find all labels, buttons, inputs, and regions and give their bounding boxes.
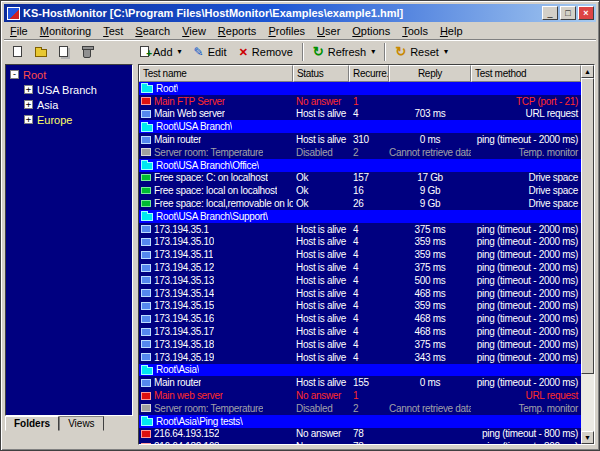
test-row[interactable]: 173.194.35.11Host is alive4359 msping (t…	[139, 248, 581, 261]
test-row[interactable]: Main routerHost is alive3100 msping (tim…	[139, 133, 581, 146]
test-row[interactable]: 173.194.35.12Host is alive4375 msping (t…	[139, 261, 581, 274]
test-row[interactable]: 216.64.182.163No answer78ping (timeout -…	[139, 440, 581, 444]
host-alive-icon	[141, 225, 151, 233]
dropdown-arrow-icon[interactable]: ▾	[371, 47, 375, 56]
test-row[interactable]: Main web serverNo answer1URL request	[139, 389, 581, 402]
test-row[interactable]: 173.194.35.18Host is alive4375 msping (t…	[139, 338, 581, 351]
window-title: KS-HostMonitor [C:\Program Files\HostMon…	[23, 7, 540, 19]
folder-path: Root\USA Branch\Support\	[156, 211, 268, 222]
expand-icon[interactable]: +	[24, 100, 33, 109]
test-row[interactable]: Server room: TemperatureDisabled2Cannot …	[139, 146, 581, 159]
menu-file[interactable]: File	[4, 23, 34, 39]
test-list-panel: Test nameStatusRecurre...ReplyTest metho…	[138, 64, 595, 445]
vertical-scrollbar[interactable]: ▲ ▼	[581, 65, 594, 444]
folder-row[interactable]: Root\USA Branch\	[139, 120, 581, 133]
test-row[interactable]: Server room: TemperatureDisabled2Cannot …	[139, 402, 581, 415]
test-name: Free space: local on localhost	[154, 185, 277, 196]
column-header-test-name[interactable]: Test name	[139, 65, 293, 82]
expand-icon[interactable]: +	[24, 85, 33, 94]
menu-profiles[interactable]: Profiles	[262, 23, 311, 39]
close-button[interactable]: ×	[578, 6, 594, 20]
test-row[interactable]: Free space: local,removable on loc...Ok2…	[139, 197, 581, 210]
tab-views[interactable]: Views	[59, 416, 104, 431]
column-header-test-method[interactable]: Test method	[471, 65, 581, 82]
folder-name-cell: Root\Asia\Ping tests\	[139, 416, 581, 427]
test-row[interactable]: 173.194.35.13Host is alive4500 msping (t…	[139, 274, 581, 287]
scrollbar-thumb[interactable]	[581, 78, 594, 374]
tab-folders[interactable]: Folders	[5, 416, 59, 431]
test-row[interactable]: 173.194.35.17Host is alive4468 msping (t…	[139, 325, 581, 338]
test-row[interactable]: 173.194.35.10Host is alive4359 msping (t…	[139, 236, 581, 249]
dropdown-arrow-icon[interactable]: ▾	[444, 47, 448, 56]
delete-button[interactable]	[76, 42, 97, 62]
folder-row[interactable]: Root\Asia\	[139, 364, 581, 377]
menu-monitoring[interactable]: Monitoring	[34, 23, 97, 39]
test-row[interactable]: Free space: C: on localhostOk15717 GbDri…	[139, 172, 581, 185]
page-icon	[13, 46, 22, 57]
test-row[interactable]: 216.64.193.152No answer78ping (timeout -…	[139, 428, 581, 441]
folder-tree[interactable]: -Root+USA Branch+Asia+Europe	[5, 64, 133, 416]
tree-node-asia[interactable]: +Asia	[6, 97, 132, 112]
test-row[interactable]: 173.194.35.19Host is alive4343 msping (t…	[139, 351, 581, 364]
test-row[interactable]: Main routerHost is alive1550 msping (tim…	[139, 376, 581, 389]
test-method: URL request	[471, 108, 581, 119]
test-recurrences: 4	[349, 326, 389, 337]
test-row[interactable]: Main Web serverHost is alive4703 msURL r…	[139, 108, 581, 121]
refresh-button[interactable]: Refresh▾	[307, 42, 381, 62]
test-name: 216.64.182.163	[154, 441, 219, 444]
column-header-recurre[interactable]: Recurre...	[349, 65, 389, 82]
scroll-up-button[interactable]: ▲	[581, 65, 594, 78]
minimize-button[interactable]: _	[542, 6, 558, 20]
test-status: No answer	[293, 390, 349, 401]
test-row[interactable]: Free space: local on localhostOk169 GbDr…	[139, 184, 581, 197]
dropdown-arrow-icon[interactable]: ▾	[178, 47, 182, 56]
column-header-status[interactable]: Status	[293, 65, 349, 82]
test-reply: 500 ms	[389, 275, 471, 286]
folder-row[interactable]: Root\USA Branch\Office\	[139, 159, 581, 172]
test-row[interactable]: 173.194.35.14Host is alive4468 msping (t…	[139, 287, 581, 300]
new-folder-button[interactable]	[30, 42, 51, 62]
test-row[interactable]: 173.194.35.16Host is alive4468 msping (t…	[139, 312, 581, 325]
test-name-cell: 216.64.182.163	[139, 441, 293, 444]
test-method: Drive space	[471, 198, 581, 209]
reset-button[interactable]: Reset▾	[389, 42, 454, 62]
host-alive-icon	[141, 136, 151, 144]
menu-help[interactable]: Help	[434, 23, 469, 39]
menu-options[interactable]: Options	[346, 23, 396, 39]
test-row[interactable]: 173.194.35.15Host is alive4359 msping (t…	[139, 300, 581, 313]
tree-node-root[interactable]: -Root	[6, 67, 132, 82]
drive-ok-icon	[141, 187, 151, 194]
tree-node-usa-branch[interactable]: +USA Branch	[6, 82, 132, 97]
test-reply: 375 ms	[389, 224, 471, 235]
test-name: Main web server	[154, 390, 223, 401]
folder-row[interactable]: Root\Asia\Ping tests\	[139, 415, 581, 428]
add-button[interactable]: Add▾	[134, 42, 188, 62]
column-header-reply[interactable]: Reply	[389, 65, 471, 82]
remove-button[interactable]: Remove	[233, 42, 299, 62]
collapse-icon[interactable]: -	[10, 70, 19, 79]
menu-test[interactable]: Test	[97, 23, 129, 39]
test-reply: 17 Gb	[389, 172, 471, 183]
menu-user[interactable]: User	[311, 23, 346, 39]
folder-row[interactable]: Root\USA Branch\Support\	[139, 210, 581, 223]
test-row[interactable]: 173.194.35.1Host is alive4375 msping (ti…	[139, 223, 581, 236]
test-recurrences: 2	[349, 403, 389, 414]
test-reply: 359 ms	[389, 249, 471, 260]
test-recurrences: 4	[349, 300, 389, 311]
expand-icon[interactable]: +	[24, 115, 33, 124]
test-name-cell: Server room: Temperature	[139, 403, 293, 414]
maximize-button[interactable]: □	[560, 6, 576, 20]
menu-tools[interactable]: Tools	[396, 23, 434, 39]
edit-button[interactable]: Edit	[188, 42, 233, 62]
menu-reports[interactable]: Reports	[212, 23, 263, 39]
scroll-down-button[interactable]: ▼	[581, 431, 594, 444]
folder-row[interactable]: Root\	[139, 82, 581, 95]
new-item-button[interactable]	[7, 42, 28, 62]
test-row[interactable]: Main FTP ServerNo answer1TCP (port - 21)	[139, 95, 581, 108]
copy-button[interactable]	[53, 42, 74, 62]
menu-view[interactable]: View	[176, 23, 212, 39]
tree-node-europe[interactable]: +Europe	[6, 112, 132, 127]
test-reply: 0 ms	[389, 134, 471, 145]
menu-search[interactable]: Search	[129, 23, 176, 39]
title-bar[interactable]: KS-HostMonitor [C:\Program Files\HostMon…	[4, 4, 596, 22]
